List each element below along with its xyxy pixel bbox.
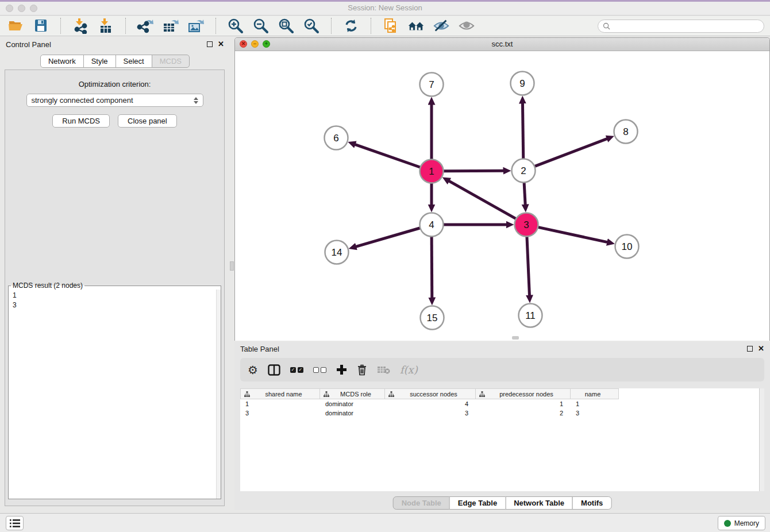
minimize-window-button[interactable] — [18, 5, 25, 12]
zoom-in-icon[interactable] — [227, 17, 244, 34]
export-network-icon[interactable] — [137, 17, 154, 34]
close-panel-button[interactable]: Close panel — [118, 114, 177, 128]
close-table-panel-icon[interactable]: ✕ — [758, 346, 764, 352]
select-all-checkboxes-icon[interactable]: ✓✓ — [290, 367, 303, 373]
close-window-button[interactable] — [6, 5, 13, 12]
mcds-panel: Optimization criterion: strongly connect… — [5, 70, 225, 506]
unselect-all-checkboxes-icon[interactable] — [313, 367, 326, 373]
zoom-fit-icon[interactable] — [278, 17, 295, 34]
refresh-icon[interactable] — [342, 17, 360, 34]
add-row-icon[interactable] — [336, 364, 347, 375]
tab-motifs[interactable]: Motifs — [572, 496, 611, 510]
first-neighbors-icon[interactable] — [382, 17, 399, 34]
delete-row-trash-icon[interactable] — [357, 364, 367, 376]
cell-predecessor-nodes[interactable]: 2 — [476, 408, 571, 418]
panel-splitter-handle[interactable] — [230, 261, 234, 271]
table-body[interactable]: 1dominator4113dominator323 — [240, 399, 764, 418]
result-scrollbar[interactable] — [216, 290, 221, 499]
node-label-6: 6 — [333, 133, 338, 144]
select-stepper-icon — [194, 97, 198, 104]
edge-3-1[interactable] — [449, 181, 516, 219]
network-hscroll-thumb[interactable] — [512, 336, 519, 340]
cell-shared-name[interactable]: 1 — [240, 399, 320, 408]
memory-button[interactable]: Memory — [718, 516, 765, 530]
search-input[interactable] — [613, 22, 764, 30]
edge-2-8[interactable] — [534, 138, 607, 166]
column-header-name[interactable]: name — [571, 388, 619, 399]
cell-successor-nodes[interactable]: 3 — [385, 408, 476, 418]
table-row[interactable]: 3dominator323 — [240, 408, 764, 418]
tab-edge-table[interactable]: Edge Table — [449, 496, 506, 510]
network-maximize-icon[interactable]: + — [263, 40, 270, 48]
column-header-MCDS-role[interactable]: MCDS role — [320, 388, 385, 399]
table-panel: Table Panel ✕ ⚙ ✓✓ f(x) shared nameMCDS … — [234, 342, 770, 510]
control-panel-header: Control Panel ✕ — [0, 37, 230, 51]
float-panel-icon[interactable] — [207, 41, 213, 47]
cell-MCDS-role[interactable]: dominator — [320, 399, 385, 408]
tab-mcds[interactable]: MCDS — [152, 55, 190, 68]
edge-1-2[interactable] — [443, 171, 503, 171]
edge-3-10[interactable] — [538, 227, 607, 242]
edge-2-9[interactable] — [522, 103, 523, 159]
edge-4-15[interactable] — [432, 236, 432, 298]
zoom-out-icon[interactable] — [252, 17, 270, 34]
network-window-titlebar[interactable]: ✕ − + scc.txt — [235, 38, 769, 51]
search-box[interactable] — [598, 20, 764, 33]
node-label-3: 3 — [523, 219, 529, 230]
float-table-panel-icon[interactable] — [747, 346, 753, 352]
edge-3-11[interactable] — [527, 236, 530, 295]
table-row[interactable]: 1dominator411 — [240, 399, 764, 408]
column-header-successor-nodes[interactable]: successor nodes — [385, 388, 476, 399]
cell-MCDS-role[interactable]: dominator — [320, 408, 385, 418]
cell-name[interactable]: 1 — [571, 399, 619, 408]
status-bar: Memory — [0, 513, 770, 532]
criterion-select[interactable]: strongly connected component — [26, 94, 203, 107]
maximize-window-button[interactable] — [30, 5, 37, 12]
table-header-row[interactable]: shared nameMCDS rolesuccessor nodesprede… — [240, 388, 764, 399]
save-session-icon[interactable] — [32, 17, 49, 34]
hide-graphics-details-icon[interactable] — [433, 17, 450, 34]
column-header-predecessor-nodes[interactable]: predecessor nodes — [476, 388, 571, 399]
zoom-selected-icon[interactable] — [303, 17, 320, 34]
tab-network-table[interactable]: Network Table — [505, 496, 573, 510]
edge-4-14[interactable] — [356, 228, 420, 247]
network-canvas[interactable]: 7968124314101511 — [235, 51, 769, 341]
show-graphics-details-icon[interactable] — [458, 17, 475, 34]
cell-successor-nodes[interactable]: 4 — [385, 399, 476, 408]
mcds-result-group: MCDS result (2 nodes) 1 3 — [8, 282, 221, 499]
table-panel-title: Table Panel — [240, 345, 279, 353]
import-table-icon[interactable] — [97, 17, 114, 34]
tab-style[interactable]: Style — [83, 55, 116, 68]
mcds-result-area[interactable]: 1 3 — [9, 290, 221, 499]
tab-node-table[interactable]: Node Table — [393, 496, 450, 510]
import-network-icon[interactable] — [72, 17, 89, 34]
export-image-icon[interactable] — [187, 17, 205, 34]
edge-1-6[interactable] — [355, 144, 421, 167]
toolbar-separator — [331, 18, 332, 34]
network-minimize-icon[interactable]: − — [251, 40, 259, 48]
nested-network-home-icon[interactable] — [407, 17, 425, 34]
column-header-shared-name[interactable]: shared name — [240, 388, 320, 399]
network-close-icon[interactable]: ✕ — [240, 40, 247, 48]
cell-predecessor-nodes[interactable]: 1 — [476, 399, 571, 408]
column-type-icon — [324, 391, 329, 397]
show-columns-icon[interactable] — [268, 364, 280, 376]
cell-shared-name[interactable]: 3 — [240, 408, 320, 418]
memory-label: Memory — [734, 519, 759, 527]
window-titlebar: Session: New Session — [0, 2, 770, 16]
close-panel-icon[interactable]: ✕ — [218, 41, 224, 47]
export-table-icon[interactable] — [162, 17, 179, 34]
edge-2-3[interactable] — [524, 182, 525, 205]
open-session-icon[interactable] — [7, 17, 24, 34]
task-history-button[interactable] — [6, 516, 24, 530]
tab-select[interactable]: Select — [116, 55, 152, 68]
network-window-title: scc.txt — [235, 38, 769, 51]
table-scrollbar[interactable] — [759, 388, 764, 491]
network-graph[interactable]: 7968124314101511 — [235, 51, 769, 340]
node-table[interactable]: shared nameMCDS rolesuccessor nodesprede… — [240, 388, 764, 491]
run-mcds-button[interactable]: Run MCDS — [52, 114, 110, 128]
cell-name[interactable]: 3 — [571, 408, 619, 418]
window-controls[interactable] — [6, 5, 37, 12]
tab-network[interactable]: Network — [40, 55, 84, 68]
settings-gear-icon[interactable]: ⚙ — [248, 363, 258, 377]
